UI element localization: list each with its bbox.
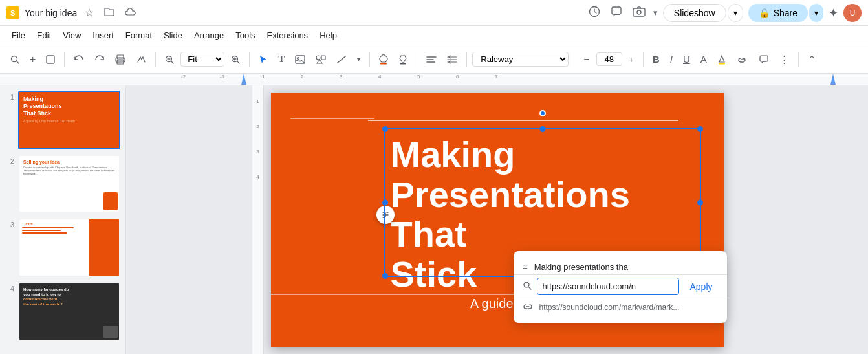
slide-thumb-3[interactable]: 1. Intro — [18, 218, 120, 277]
cloud-icon[interactable] — [122, 6, 139, 20]
svg-point-14 — [298, 57, 299, 59]
share-button[interactable]: 🔒 Share — [748, 4, 808, 22]
redo-btn[interactable] — [91, 52, 109, 67]
menu-file[interactable]: File — [6, 28, 30, 42]
popup-hamburger-icon: ≡ — [523, 261, 528, 272]
line-spacing-btn[interactable] — [443, 52, 461, 67]
slide-num-3: 3 — [5, 221, 14, 228]
cursor-tool[interactable] — [255, 52, 272, 67]
fill-color-btn[interactable] — [375, 52, 392, 67]
doc-title: Your big idea — [25, 8, 77, 18]
slide-thumb-4[interactable]: How many languages doyou need to know to… — [18, 282, 120, 341]
line-tool[interactable] — [332, 52, 351, 67]
slide-num-1: 1 — [5, 93, 14, 101]
slide-4-title: How many languages doyou need to know to… — [23, 287, 69, 307]
lock-icon: 🔒 — [759, 8, 770, 18]
underline-btn[interactable]: U — [679, 51, 694, 67]
vertical-ruler: 1 2 3 4 — [252, 85, 264, 354]
slide-thumb-1[interactable]: MakingPresentationsThat Stick A guide by… — [18, 91, 120, 149]
popup-title-row: ≡ Making presentations tha — [514, 258, 727, 274]
font-size-plus[interactable]: + — [625, 52, 638, 67]
popup-url-input[interactable] — [537, 278, 680, 295]
hyperlink-popup: ≡ Making presentations tha Apply ht — [514, 251, 727, 323]
slide-item-4[interactable]: 4 How many languages doyou need to know … — [5, 282, 120, 341]
apply-button[interactable]: Apply — [684, 278, 717, 295]
more-options-btn[interactable]: ⋮ — [776, 51, 793, 68]
text-tool[interactable]: T — [274, 51, 288, 67]
format-paint-btn[interactable] — [132, 52, 150, 67]
svg-rect-8 — [117, 55, 124, 59]
font-selector[interactable]: Raleway Arial Times New Roman — [472, 52, 569, 67]
svg-point-21 — [524, 282, 529, 287]
print-btn[interactable] — [111, 52, 129, 67]
font-size-minus[interactable]: − — [580, 51, 593, 68]
bold-btn[interactable]: B — [649, 51, 664, 67]
menu-extensions[interactable]: Extensions — [262, 28, 314, 42]
zoom-selector[interactable]: Fit50%75%100% — [180, 52, 224, 67]
folder-icon[interactable] — [102, 6, 117, 20]
handle-middle-left[interactable] — [382, 200, 388, 206]
zoom-out-btn[interactable] — [161, 52, 178, 67]
toolbar-sep-2 — [155, 52, 156, 67]
slide-3-title: 1. Intro — [22, 222, 87, 226]
handle-top-left[interactable] — [382, 126, 388, 132]
menu-tools[interactable]: Tools — [230, 28, 260, 42]
shapes-tool[interactable] — [312, 52, 330, 67]
border-color-btn[interactable] — [395, 52, 411, 67]
popup-link-row[interactable]: https://soundcloud.com/markvard/mark... — [514, 298, 727, 316]
star-icon[interactable]: ☆ — [82, 5, 96, 20]
comment-icon[interactable] — [608, 5, 625, 21]
popup-link-text: https://soundcloud.com/markvard/mark... — [539, 303, 718, 312]
menu-slide[interactable]: Slide — [158, 28, 188, 42]
zoom-in-btn[interactable] — [227, 52, 244, 67]
user-avatar[interactable]: U — [843, 4, 862, 22]
menu-format[interactable]: Format — [120, 28, 157, 42]
slide-item-1[interactable]: 1 MakingPresentationsThat Stick A guide … — [5, 91, 120, 149]
magic-button[interactable]: ✦ — [829, 6, 838, 20]
slide-2-image — [103, 192, 118, 210]
menu-arrange[interactable]: Arrange — [189, 28, 229, 42]
title-left: S Your big idea ☆ — [6, 5, 139, 20]
add-tool[interactable]: + — [26, 51, 39, 68]
history-icon[interactable] — [586, 5, 603, 21]
handle-top-middle[interactable] — [539, 126, 545, 132]
font-size-input[interactable] — [596, 52, 622, 66]
slideshow-dropdown[interactable]: ▾ — [728, 4, 743, 22]
toolbar-sep-7 — [574, 52, 574, 67]
slideshow-button[interactable]: Slideshow — [663, 4, 726, 22]
line-arrow[interactable]: ▾ — [353, 53, 364, 65]
slides-panel: 1 MakingPresentationsThat Stick A guide … — [0, 85, 126, 354]
handle-bottom-left[interactable] — [382, 273, 388, 279]
menu-view[interactable]: View — [58, 28, 86, 42]
handle-rotate[interactable] — [539, 110, 546, 116]
slide-1-sub: A guide by Chip Heath & Dan Heath — [23, 119, 75, 123]
collapse-toolbar-btn[interactable]: ⌃ — [804, 51, 820, 68]
italic-btn[interactable]: I — [666, 51, 677, 67]
font-color-btn[interactable]: A — [697, 51, 711, 67]
image-tool[interactable] — [291, 52, 309, 67]
slide-item-2[interactable]: 2 Selling your idea Created in partnersh… — [5, 155, 120, 214]
menu-help[interactable]: Help — [314, 28, 342, 42]
svg-point-6 — [12, 56, 17, 61]
horizontal-ruler: -2 -1 1 2 3 4 5 6 7 — [0, 74, 868, 85]
align-btn[interactable] — [422, 52, 440, 67]
camera-icon[interactable] — [630, 5, 648, 21]
toolbar-sep-3 — [249, 52, 250, 67]
menu-insert[interactable]: Insert — [87, 28, 119, 42]
handle-top-right[interactable] — [697, 126, 703, 132]
svg-rect-17 — [380, 63, 387, 65]
menu-edit[interactable]: Edit — [32, 28, 56, 42]
search-tool[interactable] — [6, 52, 23, 67]
comment-insert-btn[interactable] — [755, 52, 773, 67]
title-bar: S Your big idea ☆ ▾ Slideshow ▾ 🔒 Share — [0, 0, 868, 26]
svg-rect-20 — [760, 56, 768, 61]
highlight-btn[interactable] — [713, 52, 730, 67]
select-tool[interactable] — [42, 52, 59, 67]
undo-btn[interactable] — [70, 52, 88, 67]
slide-4-image — [103, 326, 118, 338]
slide-thumb-2[interactable]: Selling your idea Created in partnership… — [18, 155, 120, 214]
handle-middle-right[interactable] — [697, 200, 703, 206]
slide-item-3[interactable]: 3 1. Intro — [5, 218, 120, 277]
link-btn[interactable] — [733, 52, 752, 67]
share-dropdown[interactable]: ▾ — [809, 4, 823, 22]
